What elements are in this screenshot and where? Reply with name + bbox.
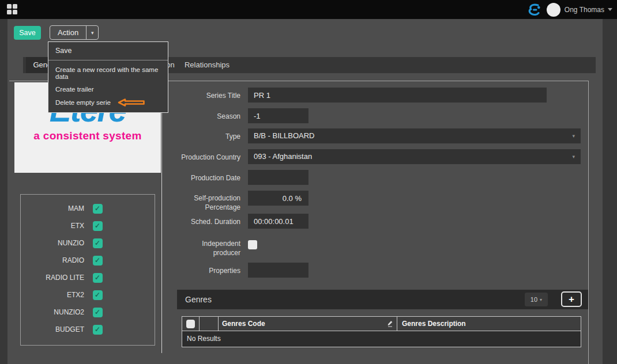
menu-item-create-trailer[interactable]: Create trailer: [48, 83, 168, 96]
genres-table: Genres Code Genres Description No Result…: [182, 316, 581, 347]
user-cluster: Ong Thomas: [528, 0, 612, 19]
menu-item-create-new-record[interactable]: Create a new record with the same data: [48, 63, 168, 83]
checkbox-checked-icon[interactable]: [93, 273, 103, 283]
user-name: Ong Thomas: [565, 6, 604, 14]
production-date-label: Production Date: [173, 173, 240, 183]
checkbox-checked-icon[interactable]: [93, 221, 103, 231]
module-row: RADIO: [21, 252, 155, 269]
page-size-value: 10: [531, 296, 537, 303]
module-row: BUDGET: [21, 321, 155, 338]
user-menu[interactable]: Ong Thomas: [565, 6, 612, 14]
module-row: NUNZIO: [21, 234, 155, 252]
action-split-button: Action: [50, 25, 99, 40]
production-date-input[interactable]: [248, 170, 308, 185]
checkbox-checked-icon[interactable]: [93, 325, 103, 335]
menu-item-delete-empty-serie[interactable]: Delete empty serie: [48, 96, 168, 109]
module-row: MAM: [21, 200, 155, 217]
module-row: NUNZIO2: [21, 304, 155, 321]
module-label: ETX2: [21, 291, 84, 299]
self-production-percentage-label: Self-production Percentage: [173, 194, 240, 212]
season-input[interactable]: [248, 108, 308, 123]
genres-description-label: Genres Description: [402, 320, 466, 328]
spacer-column-header: [200, 317, 219, 331]
properties-label: Properties: [173, 266, 240, 275]
top-bar: Ong Thomas: [0, 0, 617, 19]
module-row: ETX2: [21, 286, 155, 304]
page-size-select[interactable]: 10: [525, 293, 548, 306]
sched-duration-label: Sched. Duration: [173, 217, 240, 226]
panel-right-border: [588, 81, 589, 364]
menu-separator: [48, 60, 168, 60]
save-button[interactable]: Save: [14, 26, 41, 40]
module-row: ETX: [21, 217, 155, 234]
action-caret-button[interactable]: [86, 26, 98, 39]
chevron-down-icon: [608, 8, 612, 11]
etere-brand-icon: [528, 3, 543, 17]
module-label: NUNZIO2: [21, 308, 84, 316]
genres-description-column-header[interactable]: Genres Description: [397, 317, 581, 331]
production-country-label: Production Country: [173, 153, 240, 162]
type-select-value: B/B - BILLBOARD: [254, 128, 314, 143]
main-window: Save Action General Classification Relat…: [7, 19, 603, 364]
tab-relationships[interactable]: Relationships: [180, 57, 234, 73]
module-row: RADIO LITE: [21, 269, 155, 286]
action-dropdown-menu: Save Create a new record with the same d…: [48, 41, 168, 113]
module-label: RADIO: [21, 256, 84, 264]
module-label: MAM: [21, 204, 84, 213]
grid-square: [7, 4, 12, 9]
module-label: BUDGET: [21, 325, 84, 333]
type-select[interactable]: B/B - BILLBOARD: [248, 128, 581, 143]
select-all-cell: [182, 317, 200, 331]
avatar[interactable]: [547, 3, 560, 17]
checkbox-checked-icon[interactable]: [93, 204, 103, 214]
grid-square: [13, 10, 17, 14]
add-genre-button[interactable]: [561, 291, 582, 307]
etere-logo-tagline: a consistent system: [33, 130, 141, 142]
series-title-label: Series Title: [173, 91, 240, 100]
app-grid-icon[interactable]: [7, 4, 18, 16]
select-all-checkbox[interactable]: [186, 320, 195, 328]
grid-square: [13, 4, 17, 9]
independent-producer-label: Independent producer: [173, 239, 240, 257]
menu-item-label: Delete empty serie: [55, 99, 111, 106]
module-label: NUNZIO: [21, 239, 84, 247]
type-label: Type: [173, 132, 240, 141]
sched-duration-input[interactable]: [248, 214, 308, 229]
series-title-input[interactable]: [248, 88, 547, 103]
action-button[interactable]: Action: [50, 26, 86, 39]
annotation-arrow-left-icon: [118, 98, 145, 107]
edit-column-icon[interactable]: [387, 320, 393, 327]
season-label: Season: [173, 112, 240, 121]
genres-code-column-header[interactable]: Genres Code: [219, 317, 397, 331]
genres-code-label: Genres Code: [222, 320, 265, 328]
column-divider: [161, 81, 162, 353]
modules-panel: MAM ETX NUNZIO RADIO RADIO LITE ETX2 NUN…: [20, 194, 155, 346]
checkbox-checked-icon[interactable]: [93, 290, 103, 300]
independent-producer-checkbox[interactable]: [248, 240, 257, 249]
checkbox-checked-icon[interactable]: [93, 238, 103, 248]
self-production-percentage-input[interactable]: [248, 191, 308, 206]
production-country-select-value: 093 - Afghanistan: [254, 149, 312, 164]
checkbox-checked-icon[interactable]: [93, 256, 103, 266]
genres-table-header: Genres Code Genres Description: [182, 316, 581, 331]
checkbox-checked-icon[interactable]: [93, 308, 103, 317]
module-label: RADIO LITE: [21, 274, 84, 282]
properties-input[interactable]: [248, 263, 308, 278]
no-results-row: No Results: [182, 331, 581, 347]
grid-square: [7, 10, 12, 14]
production-country-select[interactable]: 093 - Afghanistan: [248, 149, 581, 164]
module-label: ETX: [21, 222, 84, 230]
genres-title: Genres: [185, 290, 212, 309]
menu-item-save[interactable]: Save: [48, 42, 168, 59]
genres-header-bar: Genres 10: [177, 290, 588, 309]
